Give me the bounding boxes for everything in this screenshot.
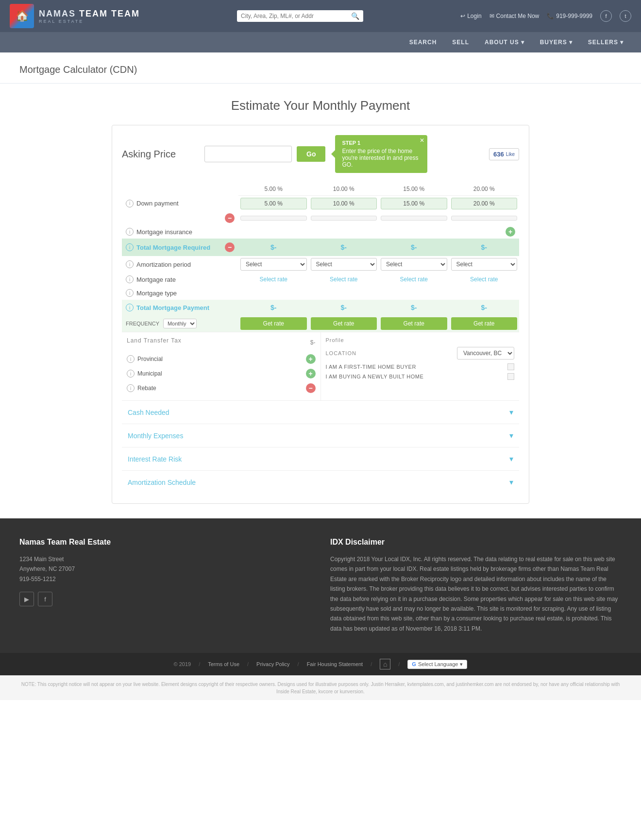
get-rate-btn-3[interactable]: Get rate [381,317,447,330]
asking-price-input[interactable] [204,146,292,162]
amortization-row: i Amortization period Select Select [122,256,519,273]
section-title: Estimate Your Monthly Payment [19,98,622,113]
dp-amt-input-3[interactable] [381,216,447,221]
dp-amt-input-1[interactable] [240,216,307,221]
footer-fair-housing-link[interactable]: Fair Housing Statement [307,661,363,667]
add-column-button[interactable]: + [506,227,515,237]
go-button[interactable]: Go [297,146,325,162]
amortization-info-icon[interactable]: i [126,260,134,268]
amortization-select-2[interactable]: Select [311,258,377,271]
total-mortgage-val-3: $- [379,239,449,256]
fb-count: 636 [493,151,504,158]
nav-sell[interactable]: SELL [444,32,477,52]
dp-pct-input-1[interactable]: 5.00 % [240,198,307,209]
footer-facebook-icon[interactable]: f [38,592,52,606]
mortgage-rate-info-icon[interactable]: i [126,275,134,283]
first-time-label: I AM A FIRST-TIME HOME BUYER [326,364,416,370]
total-payment-label: Total Mortgage Payment [136,304,209,311]
select-rate-2[interactable]: Select rate [309,273,379,286]
footer-bottom: © 2019 / Terms of Use / Privacy Policy /… [0,653,641,675]
search-button[interactable]: 🔍 [351,12,359,20]
search-input[interactable] [241,13,351,19]
dp-pct-input-2[interactable]: 10.00 % [311,198,377,209]
mortgage-type-info-icon[interactable]: i [126,289,134,297]
remove-column-button[interactable]: − [225,213,235,223]
first-time-checkbox[interactable] [507,363,514,370]
select-rate-4[interactable]: Select rate [449,273,520,286]
nav-sellers[interactable]: SELLERS ▾ [580,32,631,52]
twitter-icon[interactable]: t [620,10,631,22]
dp-pct-input-3[interactable]: 15.00 % [381,198,447,209]
mortgage-rate-row: i Mortgage rate Select rate Select rate … [122,273,519,286]
rebate-minus-icon[interactable]: − [306,383,316,393]
dp-pct-2: 10.00 % [309,196,379,212]
total-payment-val-3: $- [379,300,449,315]
mortgage-insurance-label: Mortgage insurance [136,228,192,236]
chevron-down-icon: ▾ [569,39,573,46]
land-transfer-panel: Land Transfer Tax $- i Provincial + i Mu… [122,332,321,400]
get-rate-btn-4[interactable]: Get rate [451,317,518,330]
mortgage-insurance-row: i Mortgage insurance + [122,225,519,239]
footer-youtube-icon[interactable]: ▶ [19,592,34,606]
municipal-plus-icon[interactable]: + [306,369,316,378]
new-build-checkbox[interactable] [507,373,514,380]
total-mortgage-val-4: $- [449,239,520,256]
get-rate-btn-1[interactable]: Get rate [240,317,307,330]
monthly-expenses-accordion[interactable]: Monthly Expenses ▾ [122,424,519,447]
total-mortgage-val-2: $- [309,239,379,256]
login-link[interactable]: ↩ Login [460,13,481,19]
total-mortgage-minus[interactable]: − [225,242,235,252]
tooltip-close-icon[interactable]: ✕ [420,137,424,144]
cash-needed-accordion[interactable]: Cash Needed ▾ [122,400,519,424]
select-rate-3[interactable]: Select rate [379,273,449,286]
chevron-down-icon: ▾ [620,39,624,46]
total-mortgage-val-1: $- [238,239,309,256]
mortgage-rate-label: Mortgage rate [136,276,176,283]
phone-link[interactable]: 📞 919-999-9999 [547,13,592,19]
col-header-3: 15.00 % [379,183,449,196]
interest-rate-risk-accordion[interactable]: Interest Rate Risk ▾ [122,447,519,470]
dp-amt-input-4[interactable] [451,216,518,221]
frequency-label: FREQUENCY [126,321,159,326]
profile-panel: Profile LOCATION Vancouver, BC I AM A FI… [321,332,520,400]
provincial-row: i Provincial + [127,352,316,366]
provincial-plus-icon[interactable]: + [306,354,316,364]
footer-disclaimer-text: Copyright 2018 Your Local IDX, Inc. All … [330,554,622,634]
rebate-info-icon[interactable]: i [127,384,135,392]
amortization-schedule-accordion[interactable]: Amortization Schedule ▾ [122,470,519,494]
select-rate-1[interactable]: Select rate [238,273,309,286]
dp-amt-input-2[interactable] [311,216,377,221]
provincial-label: Provincial [137,356,163,362]
down-payment-info-icon[interactable]: i [126,200,134,207]
google-translate-widget[interactable]: G Select Language ▾ [407,660,467,669]
col-header-1: 5.00 % [238,183,309,196]
nav-about-us[interactable]: ABOUT US ▾ [477,32,532,52]
footer-privacy-link[interactable]: Privacy Policy [256,661,289,667]
provincial-info-icon[interactable]: i [127,355,135,363]
municipal-label: Municipal [137,370,162,377]
amortization-label: Amortization period [136,261,191,268]
amortization-select-3[interactable]: Select [381,258,447,271]
footer-terms-link[interactable]: Terms of Use [208,661,239,667]
amortization-select-1[interactable]: Select [240,258,307,271]
land-transfer-value: $- [310,339,316,346]
fb-like-box[interactable]: 636 Like [489,148,519,160]
amortization-schedule-chevron: ▾ [509,478,513,487]
amortization-select-4[interactable]: Select [451,258,518,271]
municipal-info-icon[interactable]: i [127,370,135,377]
get-rate-btn-2[interactable]: Get rate [311,317,377,330]
nav-search[interactable]: SEARCH [402,32,445,52]
contact-link[interactable]: ✉ Contact Me Now [489,13,540,19]
equal-housing-icon: ⌂ [380,659,390,669]
search-bar[interactable]: 🔍 [237,10,363,22]
logo-icon: 🏠 [10,4,34,28]
facebook-icon[interactable]: f [600,10,612,22]
translate-chevron-icon: ▾ [460,661,463,668]
total-mortgage-info-icon[interactable]: i [126,243,134,251]
location-select[interactable]: Vancouver, BC [457,347,514,360]
total-payment-info-icon[interactable]: i [126,304,134,311]
mortgage-insurance-info-icon[interactable]: i [126,228,134,236]
frequency-select[interactable]: Monthly [163,319,197,328]
nav-buyers[interactable]: BUYERS ▾ [532,32,580,52]
dp-pct-input-4[interactable]: 20.00 % [451,198,518,209]
